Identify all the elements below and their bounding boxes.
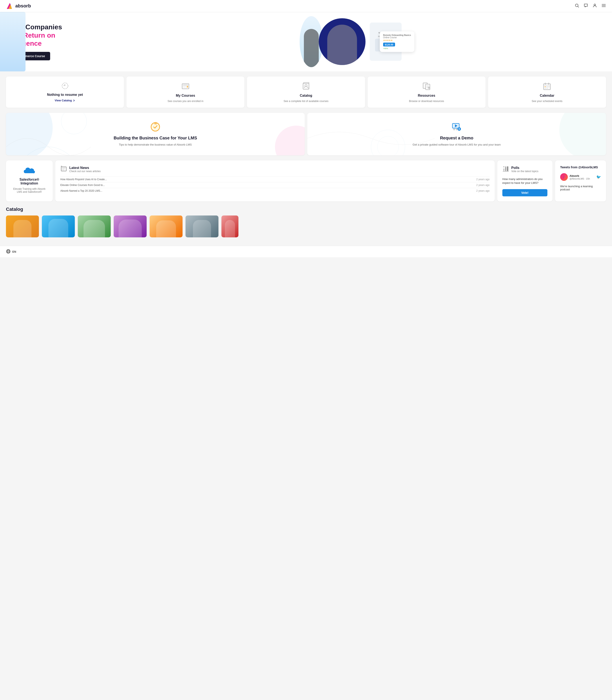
course-thumbnail	[221, 215, 238, 237]
news-items-list: How Absorb Pinpoint Uses AI to Create...…	[60, 177, 490, 194]
salesforce-title: Salesforce® Integration	[11, 178, 47, 185]
hero-images: Remote Onboarding Basics Online Course ★…	[89, 16, 612, 67]
promo-demo-sub: Get a private guided software tour of Ab…	[413, 143, 501, 146]
news-item[interactable]: How Absorb Pinpoint Uses AI to Create...…	[60, 177, 490, 182]
quick-links-section: Nothing to resume yet View Catalog My Co…	[0, 71, 612, 113]
quick-card-calendar[interactable]: Calendar See your scheduled events	[488, 76, 606, 108]
tweet-handle: @AbsorbLMS · 15h	[570, 178, 590, 180]
resources-sub: Browse or download resources	[409, 100, 444, 103]
quick-card-resume[interactable]: Nothing to resume yet View Catalog	[6, 76, 124, 108]
menu-icon[interactable]	[601, 3, 606, 9]
widgets-section: Salesforce® Integration Elevate Training…	[0, 160, 612, 207]
course-thumbnail	[6, 215, 39, 237]
svg-point-35	[371, 130, 405, 155]
course-card: Card title Online Course ★★★★★ Enroll	[6, 215, 39, 237]
absorb-logo-icon	[6, 2, 14, 10]
news-item[interactable]: Absorb Named a Top 20 2020 LMS... 2 year…	[60, 188, 490, 194]
promo-demo-decoration	[307, 113, 606, 155]
news-title: Latest News	[69, 166, 100, 170]
news-subtitle: Check out our news articles	[69, 170, 100, 173]
svg-point-43	[456, 129, 458, 130]
svg-rect-49	[505, 167, 506, 171]
resume-icon	[61, 82, 69, 91]
promo-lms-title: Building the Business Case for Your LMS	[114, 136, 197, 140]
course-card: Card title Online Course ★★★★★ Enroll	[185, 215, 219, 237]
course-thumbnail	[150, 215, 182, 237]
svg-point-5	[594, 4, 595, 5]
svg-rect-14	[187, 86, 188, 87]
widget-news: Latest News Check out our news articles …	[55, 160, 495, 201]
cloud-icon	[23, 166, 36, 176]
polls-title: Polls	[511, 166, 538, 170]
promo-decoration	[6, 113, 305, 155]
svg-rect-13	[183, 87, 185, 87]
twitter-header: Tweets from @AbsorbLMS	[560, 166, 601, 169]
widget-polls: Polls Vote on the latest topics How many…	[497, 160, 553, 201]
svg-line-4	[578, 6, 579, 7]
messages-icon[interactable]	[584, 3, 588, 9]
profile-icon[interactable]	[593, 3, 597, 9]
widget-twitter: Tweets from @AbsorbLMS Absorb @AbsorbLMS…	[555, 160, 606, 201]
promo-section: Building the Business Case for Your LMS …	[0, 113, 612, 160]
promo-card-demo[interactable]: Request a Demo Get a private guided soft…	[307, 113, 606, 155]
chevron-right-icon	[73, 99, 75, 102]
vote-button[interactable]: Vote!	[502, 189, 547, 196]
resources-icon	[422, 82, 431, 92]
catalog-grid: Card title Online Course ★★★★★ Enroll Ca…	[6, 215, 606, 237]
badge-icon	[150, 121, 161, 133]
language-label[interactable]: EN	[12, 250, 16, 253]
svg-point-36	[377, 136, 399, 155]
tweet-avatar	[560, 173, 568, 181]
svg-rect-12	[183, 86, 186, 86]
svg-point-33	[61, 113, 87, 134]
search-icon[interactable]	[574, 3, 579, 9]
hero-course-card: Remote Onboarding Basics Online Course ★…	[380, 31, 414, 52]
polls-header: Polls Vote on the latest topics	[502, 166, 547, 173]
logo[interactable]: absorb	[6, 2, 31, 10]
svg-point-53	[505, 166, 506, 167]
quick-card-catalog[interactable]: Catalog See a complete list of available…	[247, 76, 365, 108]
course-card: Card title Online Course ★★★★★ Enroll	[114, 215, 147, 237]
footer: EN	[0, 246, 612, 257]
svg-rect-29	[546, 86, 547, 87]
course-card: Card title Online Course ★★★★★ Enroll	[78, 215, 111, 237]
tweet-text: We're launching a learning podcast	[560, 185, 601, 191]
catalog-sub: See a complete list of available courses	[284, 100, 329, 103]
view-catalog-link[interactable]: View Catalog	[55, 99, 75, 102]
svg-rect-28	[545, 86, 546, 87]
promo-card-lms[interactable]: Building the Business Case for Your LMS …	[6, 113, 305, 155]
catalog-title: Catalog	[300, 94, 312, 98]
promo-lms-sub: Tips to help demonstrate the business va…	[119, 143, 192, 146]
my-courses-title: My Courses	[176, 94, 195, 98]
svg-point-9	[62, 83, 68, 89]
tweet-profile: Absorb @AbsorbLMS · 15h 🐦	[560, 173, 601, 181]
polls-icon	[502, 166, 509, 173]
catalog-section: Catalog Card title Online Course ★★★★★ E…	[0, 207, 612, 246]
svg-rect-32	[546, 88, 547, 89]
svg-rect-30	[548, 86, 550, 87]
nav-actions	[574, 3, 606, 9]
catalog-section-title: Catalog	[6, 207, 606, 212]
quick-card-resources[interactable]: Resources Browse or download resources	[367, 76, 486, 108]
svg-rect-50	[507, 166, 508, 171]
salesforce-sub: Elevate Training with Absorb LMS and Sal…	[11, 187, 47, 193]
course-thumbnail	[114, 215, 147, 237]
news-header: Latest News Check out our news articles	[60, 166, 490, 173]
course-thumbnail	[78, 215, 111, 237]
navbar: absorb	[0, 0, 612, 12]
course-card: Card title Online Course ★★★★★ Enroll	[42, 215, 75, 237]
course-thumbnail	[42, 215, 75, 237]
quick-card-my-courses[interactable]: My Courses See courses you are enrolled …	[126, 76, 245, 108]
course-thumbnail	[185, 215, 219, 237]
course-card-partial: Card title Online Co... ★★ Enroll	[221, 215, 238, 237]
svg-rect-48	[503, 169, 504, 171]
resume-title: Nothing to resume yet	[47, 93, 83, 97]
resources-title: Resources	[418, 94, 435, 98]
news-item[interactable]: Elevate Online Courses from Good to... 2…	[60, 182, 490, 188]
globe-icon	[6, 249, 11, 254]
svg-marker-54	[562, 175, 565, 179]
news-icon	[60, 166, 67, 173]
courses-icon	[181, 82, 190, 92]
widget-salesforce[interactable]: Salesforce® Integration Elevate Training…	[6, 160, 53, 201]
polls-question: How many administrators do you expect to…	[502, 177, 547, 185]
